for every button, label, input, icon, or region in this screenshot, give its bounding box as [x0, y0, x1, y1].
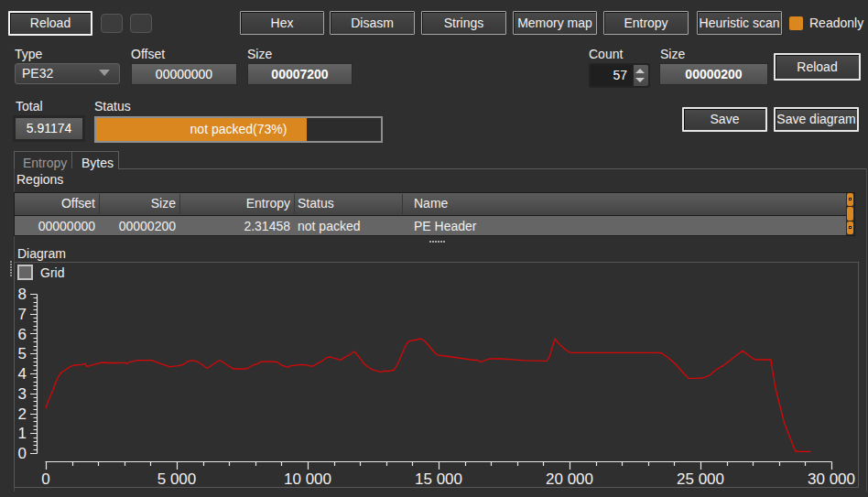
svg-text:5: 5: [18, 345, 27, 362]
svg-text:20 000: 20 000: [546, 470, 593, 488]
svg-text:30 000: 30 000: [808, 470, 855, 488]
svg-text:0: 0: [41, 470, 49, 488]
svg-text:6: 6: [18, 326, 27, 343]
svg-text:25 000: 25 000: [677, 470, 724, 488]
svg-text:7: 7: [18, 306, 27, 323]
svg-text:10 000: 10 000: [284, 470, 331, 488]
svg-text:15 000: 15 000: [415, 470, 462, 488]
svg-text:3: 3: [18, 385, 27, 403]
svg-text:5 000: 5 000: [157, 470, 197, 488]
svg-text:2: 2: [18, 405, 27, 423]
svg-text:0: 0: [18, 445, 27, 462]
svg-text:1: 1: [18, 425, 27, 442]
svg-text:4: 4: [18, 365, 27, 383]
svg-text:8: 8: [18, 286, 27, 303]
